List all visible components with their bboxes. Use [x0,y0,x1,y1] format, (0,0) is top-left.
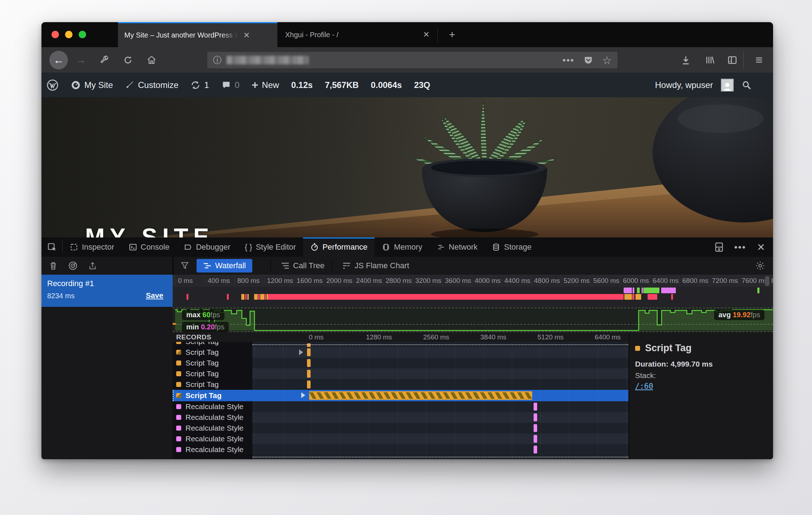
library-icon[interactable] [701,47,719,73]
wp-comments-menu[interactable]: 0 [221,80,239,90]
record-performance-icon[interactable] [68,261,78,271]
devtools-close-icon[interactable]: ✕ [757,241,765,253]
waterfall-marker[interactable] [307,381,311,388]
recording-title: Recording #1 [47,279,94,288]
devtools-tab-performance[interactable]: Performance [303,237,375,257]
record-name-cell[interactable]: Recalculate Style [173,444,252,455]
new-tab-button[interactable]: + [443,22,461,47]
avatar[interactable] [721,79,734,92]
record-name-cell[interactable]: Script Tag [173,358,252,368]
dock-side-icon[interactable] [715,242,723,252]
expand-arrow-icon[interactable] [299,349,303,355]
record-row[interactable]: Recalculate Style [173,433,628,444]
devtools-tab-inspector[interactable]: Inspector [63,237,122,257]
record-name-cell[interactable]: Script Tag [173,347,252,358]
expand-arrow-icon[interactable] [301,392,305,398]
overview-ruler-label: 3600 ms [445,277,471,285]
devtools-tab-memory[interactable]: Memory [375,237,429,257]
record-row[interactable]: Script Tag [173,358,628,368]
browser-window: My Site – Just another WordPress s ✕ Xhg… [41,22,773,459]
forward-button[interactable]: → [71,47,90,73]
waterfall-marker[interactable] [307,359,311,367]
url-bar[interactable]: ⓘ ••• ☆ [207,52,618,68]
wp-howdy-label[interactable]: Howdy, wpuser [655,80,713,90]
wp-updates-menu[interactable]: 1 [190,80,209,90]
page-actions-icon[interactable]: ••• [563,55,574,66]
sidebar-toggle-icon[interactable] [723,47,741,73]
tab-my-site[interactable]: My Site – Just another WordPress s ✕ [118,22,277,47]
wp-new-menu[interactable]: + New [252,78,279,92]
pick-element-icon[interactable] [41,237,62,257]
back-button[interactable]: ← [49,51,68,69]
minimize-window-button[interactable] [65,31,73,38]
wrench-icon[interactable] [95,47,114,73]
record-name-cell[interactable]: Recalculate Style [173,423,252,433]
overview-markers-band[interactable] [173,287,773,307]
wp-customize-menu[interactable]: Customize [125,80,178,90]
record-row[interactable]: Recalculate Style [173,444,628,455]
record-row[interactable]: Recalculate Style [173,412,628,423]
recording-save-link[interactable]: Save [146,291,163,300]
reload-button[interactable] [119,47,137,73]
home-button[interactable] [142,47,161,73]
record-name-cell[interactable]: Script Tag [173,390,252,401]
record-row[interactable]: Recalculate Style [173,401,628,412]
record-name-cell[interactable]: Recalculate Style [173,412,252,423]
wp-logo-icon[interactable] [46,79,59,91]
waterfall-marker[interactable] [534,435,537,443]
waterfall-marker[interactable] [307,348,311,356]
devtools-tab-styleeditor[interactable]: { }Style Editor [238,237,303,257]
waterfall-marker[interactable] [534,403,537,411]
menu-hamburger-icon[interactable]: ≡ [750,47,768,73]
devtools-tab-storage[interactable]: Storage [485,237,539,257]
tab-xhgui[interactable]: Xhgui - Profile - / ✕ [279,22,436,47]
overview-scrollbar-thumb[interactable] [765,276,769,286]
waterfall-marker[interactable] [534,413,537,421]
settings-gear-icon[interactable] [755,261,765,271]
toolbar-divider [743,52,744,68]
downloads-icon[interactable] [677,47,695,73]
record-row-selected[interactable]: Script Tag [173,390,628,401]
record-name-cell[interactable]: Recalculate Style [173,433,252,444]
record-name-cell[interactable]: Recalculate Style [173,401,252,412]
record-row[interactable]: Script Tag [173,379,628,390]
framerate-graph[interactable]: max 60fps min 0.20fps avg 19.92fps [173,307,773,333]
record-row[interactable]: Script Tag [173,368,628,379]
devtools-tab-network[interactable]: Network [430,237,485,257]
detail-stack-link[interactable]: /:60 [635,382,653,391]
view-waterfall-button[interactable]: Waterfall [197,259,252,273]
waterfall-marker[interactable] [534,446,537,453]
wp-search-icon[interactable] [742,80,752,90]
zoom-window-button[interactable] [79,31,86,38]
tab-close-icon[interactable]: ✕ [423,30,430,39]
clear-recordings-icon[interactable] [49,261,58,271]
close-window-button[interactable] [51,31,59,38]
wp-my-site-menu[interactable]: My Site [71,80,113,90]
wp-metric-time[interactable]: 0.12s [291,80,313,90]
import-recording-icon[interactable] [88,261,97,271]
overview-time-ruler[interactable]: 0 ms400 ms800 ms1200 ms1600 ms2000 ms240… [173,275,773,287]
wp-metric-queries[interactable]: 23Q [414,80,430,90]
devtools-tab-debugger[interactable]: Debugger [177,237,238,257]
record-row[interactable]: Recalculate Style [173,423,628,433]
waterfall-gridline [283,342,283,459]
record-row[interactable]: Script Tag [173,347,628,358]
record-name-cell[interactable]: Script Tag [173,379,252,390]
view-call-tree-button[interactable]: Call Tree [274,259,331,273]
devtools-tab-console[interactable]: Console [122,237,177,257]
pocket-icon[interactable] [584,55,593,65]
bookmark-star-icon[interactable]: ☆ [602,54,612,67]
waterfall-marker[interactable] [534,424,537,432]
recording-item[interactable]: Recording #1 8234 ms Save [41,275,173,307]
wp-metric-query-time[interactable]: 0.0064s [371,80,402,90]
view-js-flame-chart-button[interactable]: JS Flame Chart [336,259,416,273]
devtools-meatball-menu-icon[interactable]: ••• [734,242,746,253]
filter-icon[interactable] [180,261,189,271]
waterfall-marker[interactable] [307,370,311,378]
tab-close-icon[interactable]: ✕ [243,31,250,40]
site-info-icon[interactable]: ⓘ [213,54,222,66]
waterfall-bar-script[interactable] [309,391,533,400]
record-name-cell[interactable]: Script Tag [173,368,252,379]
wp-metric-memory[interactable]: 7,567KB [325,80,359,90]
record-name-cell[interactable]: Script Tag [173,342,252,347]
